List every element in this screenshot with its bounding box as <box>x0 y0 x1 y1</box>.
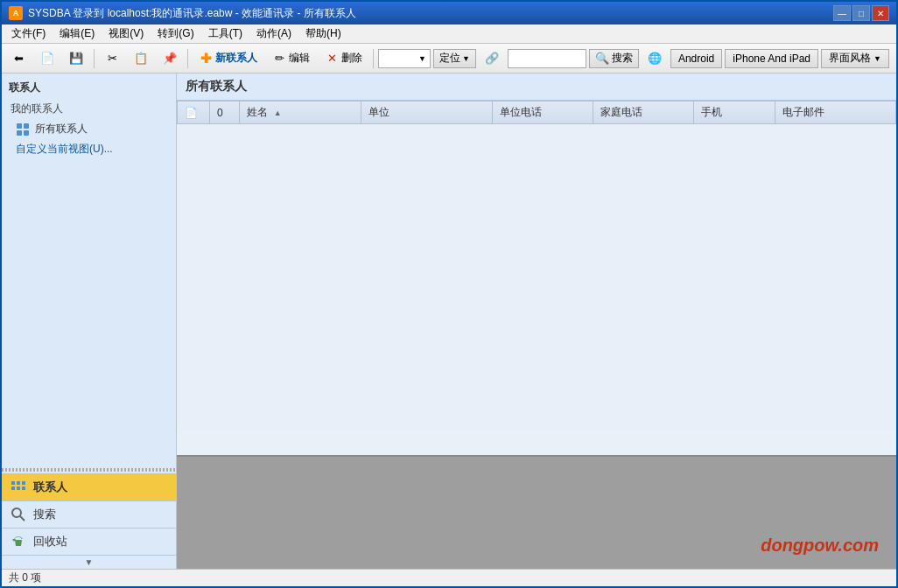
menu-edit[interactable]: 编辑(E) <box>53 24 101 44</box>
delete-label: 删除 <box>341 51 362 66</box>
svg-rect-8 <box>22 481 25 485</box>
separator3 <box>373 49 374 68</box>
sidebar-divider[interactable] <box>2 468 176 472</box>
main-window: A SYSDBA 登录到 localhost:我的通讯录.eabw - 效能通讯… <box>0 0 898 588</box>
minimize-button[interactable]: — <box>833 5 851 21</box>
flag-icon: 📄 <box>185 107 198 119</box>
sidebar-scroll-down[interactable]: ▼ <box>2 556 176 569</box>
col-company-label: 单位 <box>368 106 389 118</box>
search-button[interactable]: 🔍 搜索 <box>589 49 639 68</box>
search-input[interactable] <box>512 52 582 65</box>
app-icon: A <box>9 6 23 20</box>
svg-rect-6 <box>11 486 15 490</box>
android-button[interactable]: Android <box>670 49 722 68</box>
search-magnify-icon: 🔍 <box>595 52 609 66</box>
locate-label: 定位 <box>439 51 460 66</box>
contacts-grid-icon <box>16 122 30 136</box>
maximize-button[interactable]: □ <box>852 5 870 21</box>
svg-rect-3 <box>24 130 29 136</box>
sidebar-section-title: 联系人 <box>2 77 176 99</box>
delete-button[interactable]: ✕ 删除 <box>319 47 368 70</box>
android-label: Android <box>678 52 714 65</box>
iphone-label: iPhone And iPad <box>733 52 810 65</box>
back-button[interactable]: ⬅ <box>5 47 32 70</box>
edit-button[interactable]: ✏ 编辑 <box>266 47 316 70</box>
nav-recycle-icon <box>11 534 26 550</box>
custom-view-link[interactable]: 自定义当前视图(U)... <box>2 139 176 159</box>
interface-style-button[interactable]: 界面风格 ▼ <box>821 49 889 68</box>
sidebar-nav-contacts[interactable]: 联系人 <box>2 474 176 501</box>
svg-rect-1 <box>24 123 29 129</box>
search-label: 搜索 <box>612 51 633 66</box>
toolbar-paste-btn[interactable]: 📌 <box>157 47 183 70</box>
edit-label: 编辑 <box>289 51 310 66</box>
delete-icon: ✕ <box>325 52 339 66</box>
close-button[interactable]: ✕ <box>872 5 889 21</box>
col-header-work-phone[interactable]: 单位电话 <box>492 102 593 124</box>
menu-help[interactable]: 帮助(H) <box>299 24 347 44</box>
sort-arrow-icon: ▲ <box>274 108 282 117</box>
sidebar-bottom: 联系人 搜索 <box>2 473 176 569</box>
search-box <box>508 49 586 68</box>
category-dropdown[interactable]: ▼ <box>378 49 431 68</box>
window-title: SYSDBA 登录到 localhost:我的通讯录.eabw - 效能通讯录 … <box>28 6 356 21</box>
contact-table[interactable]: 📄 0 姓名 ▲ 单位 <box>177 101 896 455</box>
toolbar-copy-btn[interactable]: 📋 <box>128 47 154 70</box>
menu-goto[interactable]: 转到(G) <box>151 24 200 44</box>
nav-search-icon <box>11 507 26 522</box>
separator2 <box>187 49 188 68</box>
window-controls: — □ ✕ <box>833 5 889 21</box>
all-contacts-label: 所有联系人 <box>35 122 88 136</box>
separator1 <box>94 49 95 68</box>
interface-style-label: 界面风格 <box>829 51 871 66</box>
col-header-name[interactable]: 姓名 ▲ <box>240 102 361 124</box>
title-bar-left: A SYSDBA 登录到 localhost:我的通讯录.eabw - 效能通讯… <box>9 6 356 21</box>
sidebar-nav-search[interactable]: 搜索 <box>2 501 176 528</box>
interface-arrow-icon: ▼ <box>873 54 881 63</box>
nav-contacts-icon <box>11 480 26 495</box>
col-work-phone-label: 单位电话 <box>500 106 542 118</box>
svg-rect-7 <box>17 486 20 490</box>
toolbar-icon-btn2[interactable]: 💾 <box>63 47 89 70</box>
link-icon-btn[interactable]: 🔗 <box>479 47 505 70</box>
svg-rect-2 <box>17 130 22 136</box>
table-header-row: 📄 0 姓名 ▲ 单位 <box>178 102 896 124</box>
status-text: 共 0 项 <box>9 570 41 585</box>
col-header-mobile[interactable]: 手机 <box>694 102 775 124</box>
locate-arrow-icon: ▼ <box>462 54 470 63</box>
svg-rect-9 <box>22 486 25 490</box>
col-header-num[interactable]: 0 <box>209 102 240 124</box>
menu-action[interactable]: 动作(A) <box>250 24 298 44</box>
sidebar: 联系人 我的联系人 所有联系人 自定义当前视图(U)... <box>2 74 177 569</box>
contacts-table: 📄 0 姓名 ▲ 单位 <box>177 101 896 124</box>
svg-line-11 <box>20 516 25 521</box>
menu-file[interactable]: 文件(F) <box>5 24 52 44</box>
col-header-home-phone[interactable]: 家庭电话 <box>593 102 694 124</box>
detail-panel: dongpow.com <box>177 455 896 569</box>
menu-tools[interactable]: 工具(T) <box>202 24 249 44</box>
back-icon: ⬅ <box>11 52 25 66</box>
col-num-label: 0 <box>217 107 223 119</box>
col-header-flag[interactable]: 📄 <box>178 102 210 124</box>
link-icon: 🔗 <box>485 52 499 66</box>
col-header-email[interactable]: 电子邮件 <box>775 102 895 124</box>
new-contact-button[interactable]: ✚ 新联系人 <box>193 47 263 70</box>
scroll-down-icon: ▼ <box>85 557 94 567</box>
menu-view[interactable]: 视图(V) <box>102 24 150 44</box>
content-area: 所有联系人 📄 0 姓名 <box>177 74 896 569</box>
sidebar-nav-recycle[interactable]: 回收站 <box>2 528 176 556</box>
sidebar-top: 联系人 我的联系人 所有联系人 自定义当前视图(U)... <box>2 74 176 466</box>
cut-icon: ✂ <box>105 52 119 66</box>
globe-icon: 🌐 <box>648 52 662 66</box>
toolbar-icon-btn1[interactable]: 📄 <box>34 47 60 70</box>
toolbar-cut-btn[interactable]: ✂ <box>99 47 125 70</box>
locate-button[interactable]: 定位 ▼ <box>433 49 476 68</box>
iphone-ipad-button[interactable]: iPhone And iPad <box>725 49 818 68</box>
col-header-company[interactable]: 单位 <box>361 102 492 124</box>
globe-icon-btn[interactable]: 🌐 <box>642 47 668 70</box>
sidebar-group-title: 我的联系人 <box>2 99 176 119</box>
col-mobile-label: 手机 <box>701 106 722 118</box>
sidebar-item-all-contacts[interactable]: 所有联系人 <box>2 119 176 139</box>
new-contact-icon: ✚ <box>199 52 213 66</box>
edit-icon: ✏ <box>272 52 286 66</box>
